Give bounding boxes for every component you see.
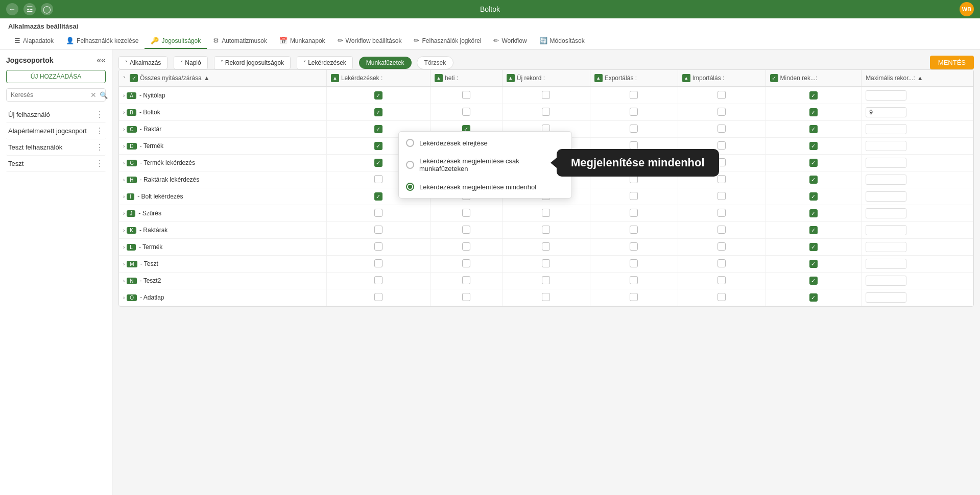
th-filter-icon[interactable]: ▲: [204, 75, 210, 82]
checkbox-checked[interactable]: ✓: [809, 176, 818, 184]
checkbox-unchecked[interactable]: [718, 259, 726, 267]
checkbox-unchecked[interactable]: [542, 259, 550, 267]
row-expand-icon[interactable]: ›: [123, 295, 125, 301]
checkbox-unchecked[interactable]: [630, 108, 638, 116]
tab-jogosultsagok[interactable]: 🔑 Jogosultságok: [145, 33, 207, 49]
checkbox-unchecked[interactable]: [718, 108, 726, 116]
cell-minden-rek[interactable]: ✓: [766, 273, 862, 289]
checkbox-checked[interactable]: ✓: [374, 91, 383, 100]
cell-lekerd[interactable]: ✓: [326, 104, 430, 121]
save-button[interactable]: MENTÉS: [930, 56, 974, 69]
checkbox-checked[interactable]: ✓: [809, 226, 818, 234]
grid-button[interactable]: ☲: [23, 3, 36, 15]
cell-heti[interactable]: [431, 205, 503, 222]
checkbox-checked[interactable]: ✓: [374, 125, 383, 133]
cell-heti[interactable]: [431, 104, 503, 121]
cell-max-rekord[interactable]: [862, 138, 973, 155]
checkbox-unchecked[interactable]: [630, 209, 638, 217]
cell-heti[interactable]: [431, 239, 503, 256]
cell-uj-rekord[interactable]: [502, 289, 590, 306]
tab-felhasznalok[interactable]: 👤 Felhasználók kezelése: [60, 33, 145, 49]
cell-max-rekord[interactable]: [862, 87, 973, 104]
checkbox-checked[interactable]: ✓: [809, 125, 818, 133]
checkbox-unchecked[interactable]: [718, 141, 726, 150]
checkbox-checked[interactable]: ✓: [809, 108, 818, 116]
max-rekord-input[interactable]: [866, 175, 906, 185]
tab-alapadatok[interactable]: ☰ Alapadatok: [8, 33, 60, 49]
checkbox-checked[interactable]: ✓: [374, 192, 383, 201]
cell-lekerd[interactable]: [326, 273, 430, 289]
cell-lekerd[interactable]: ✓: [326, 87, 430, 104]
checkbox-unchecked[interactable]: [462, 293, 470, 301]
max-rekord-input[interactable]: [866, 124, 906, 134]
checkbox-checked[interactable]: ✓: [809, 293, 818, 302]
tab-felhasznalok-jogkorei[interactable]: ✏ Felhasználók jogkörei: [408, 33, 487, 49]
sidebar-item-menu-icon[interactable]: ⋮: [95, 159, 104, 168]
row-expand-icon[interactable]: ›: [123, 211, 125, 216]
tab-munkanapok[interactable]: 📅 Munkanapok: [273, 33, 331, 49]
checkbox-checked[interactable]: ✓: [809, 91, 818, 100]
checkbox-checked[interactable]: ✓: [374, 142, 383, 150]
max-rekord-input[interactable]: [866, 158, 906, 168]
cell-lekerd[interactable]: [326, 289, 430, 306]
checkbox-unchecked[interactable]: [374, 175, 383, 183]
row-expand-icon[interactable]: ›: [123, 160, 125, 166]
cell-heti[interactable]: [431, 256, 503, 273]
search-clear-icon[interactable]: ✕: [90, 91, 97, 99]
cell-importalas[interactable]: [678, 121, 766, 138]
checkbox-unchecked[interactable]: [542, 91, 550, 99]
checkbox-unchecked[interactable]: [718, 242, 726, 251]
cell-uj-rekord[interactable]: [502, 273, 590, 289]
checkbox-unchecked[interactable]: [374, 242, 383, 251]
row-expand-icon[interactable]: ›: [123, 177, 125, 183]
th-all-checkbox[interactable]: ✓: [130, 74, 138, 82]
cell-heti[interactable]: [431, 289, 503, 306]
search-input[interactable]: [11, 91, 87, 98]
checkbox-unchecked[interactable]: [542, 293, 550, 301]
tab-workflow[interactable]: ✏ Workflow: [487, 33, 533, 49]
checkbox-unchecked[interactable]: [630, 125, 638, 133]
max-rekord-input[interactable]: [866, 276, 906, 286]
row-expand-icon[interactable]: ›: [123, 261, 125, 267]
row-expand-icon[interactable]: ›: [123, 194, 125, 200]
cell-minden-rek[interactable]: ✓: [766, 155, 862, 171]
checkbox-checked[interactable]: ✓: [809, 159, 818, 167]
radio-mindenhol[interactable]: [406, 183, 414, 191]
checkbox-unchecked[interactable]: [374, 293, 383, 301]
checkbox-unchecked[interactable]: [718, 192, 726, 200]
dropdown-item-mindenhol[interactable]: Lekérdezések megjelenítése mindenhol: [399, 178, 571, 196]
maxrekord-filter-icon[interactable]: ▲: [917, 75, 923, 82]
checkbox-unchecked[interactable]: [374, 276, 383, 284]
row-expand-icon[interactable]: ›: [123, 143, 125, 149]
checkbox-unchecked[interactable]: [462, 108, 470, 116]
checkbox-checked[interactable]: ✓: [374, 159, 383, 167]
tab-automatizmusok[interactable]: ⚙ Automatizmusok: [207, 33, 273, 49]
cell-max-rekord[interactable]: [862, 188, 973, 205]
checkbox-unchecked[interactable]: [718, 226, 726, 234]
checkbox-unchecked[interactable]: [462, 209, 470, 217]
checkbox-unchecked[interactable]: [718, 293, 726, 301]
sub-tab-alkalmazas[interactable]: ˅ Alkalmazás: [119, 57, 167, 69]
checkbox-unchecked[interactable]: [630, 242, 638, 251]
importalas-filter-icon[interactable]: ▲: [682, 74, 690, 82]
cell-minden-rek[interactable]: ✓: [766, 222, 862, 239]
cell-max-rekord[interactable]: [862, 256, 973, 273]
cell-minden-rek[interactable]: ✓: [766, 138, 862, 155]
row-expand-icon[interactable]: ›: [123, 127, 125, 132]
cell-lekerd[interactable]: [326, 256, 430, 273]
checkbox-unchecked[interactable]: [630, 276, 638, 284]
cell-max-rekord[interactable]: [862, 205, 973, 222]
max-rekord-input[interactable]: [866, 208, 906, 218]
expand-all-icon[interactable]: ˅: [123, 76, 126, 81]
max-rekord-input[interactable]: [866, 225, 906, 235]
radio-elrejtese[interactable]: [406, 139, 414, 147]
radio-csak-munkafuzetek[interactable]: [406, 161, 414, 169]
cell-max-rekord[interactable]: [862, 273, 973, 289]
checkbox-unchecked[interactable]: [462, 226, 470, 234]
dropdown-item-elrejtese[interactable]: Lekérdezések elrejtése: [399, 134, 571, 152]
max-rekord-input[interactable]: [866, 259, 906, 269]
checkbox-unchecked[interactable]: [718, 276, 726, 284]
sidebar-item-menu-icon[interactable]: ⋮: [95, 142, 104, 152]
cell-max-rekord[interactable]: [862, 171, 973, 188]
checkbox-unchecked[interactable]: [462, 242, 470, 251]
